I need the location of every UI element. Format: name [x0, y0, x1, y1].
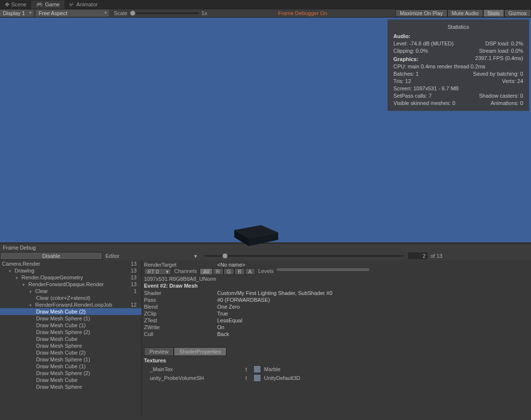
channels-label: Channels [171, 268, 200, 275]
tree-row[interactable]: Camera.Render13 [0, 260, 142, 267]
detail-key: Pass [144, 297, 217, 303]
tree-row[interactable]: Draw Mesh Cube [0, 377, 142, 383]
tree-row[interactable]: Draw Mesh Cube [0, 336, 142, 342]
scale-slider[interactable] [130, 12, 199, 14]
stats-cpu: CPU: main 0.4ms render thread 0.2ms [393, 63, 523, 70]
tree-item-label: Render.OpaqueGeometry [0, 274, 83, 280]
tree-item-count [137, 309, 140, 315]
scale-value: 1x [199, 10, 210, 16]
channel-all[interactable]: All [200, 268, 212, 275]
rt-dropdown[interactable]: RT 0▾ [144, 268, 171, 275]
shaderprops-tab[interactable]: ShaderProperties [174, 347, 226, 356]
tree-row[interactable]: Render.OpaqueGeometry13 [0, 274, 142, 281]
drawcall-tree[interactable]: Camera.Render13Drawing13Render.OpaqueGeo… [0, 260, 142, 417]
tree-row[interactable]: Draw Mesh Sphere (1) [0, 315, 142, 322]
animator-icon: ⊬ [69, 1, 74, 8]
detail-value: LessEqual [217, 317, 242, 323]
tree-row[interactable]: RenderForward.RenderLoopJob12 [0, 301, 142, 308]
tree-item-label: Draw Mesh Cube [0, 377, 78, 383]
tree-item-count: 13 [131, 261, 140, 267]
channel-a[interactable]: A [245, 268, 255, 275]
channel-g[interactable]: G [224, 268, 235, 275]
fd-event-slider[interactable] [204, 255, 404, 257]
tree-row[interactable]: Draw Mesh Sphere [0, 342, 142, 349]
levels-slider[interactable] [277, 268, 369, 271]
tree-row[interactable]: Draw Mesh Cube (1) [0, 322, 142, 329]
tree-row[interactable]: Draw Mesh Sphere (1) [0, 356, 142, 363]
channel-b[interactable]: B [234, 268, 245, 275]
textures-header: Textures [144, 356, 529, 365]
tab-animator[interactable]: ⊬Animator [64, 0, 102, 9]
tex-value[interactable]: UnityDefault3D [264, 375, 300, 381]
tree-row[interactable]: Draw Mesh Cube (2) [0, 308, 142, 315]
tree-item-count [137, 329, 140, 335]
stats-anim: Animations: 0 [490, 100, 523, 107]
fd-disable-button[interactable]: Disable [0, 252, 102, 260]
tree-row[interactable]: Clear1 [0, 288, 142, 294]
texture-icon [253, 365, 261, 373]
stats-dsp: DSP load: 0.2% [486, 40, 523, 47]
tree-item-count: 13 [131, 268, 140, 273]
tree-item-label: Draw Mesh Sphere [0, 343, 82, 349]
tree-row[interactable]: Clear (color+Z+stencil) [0, 294, 142, 301]
rt-format: 1097x531 R8G8B8A8_UNorm [144, 276, 529, 282]
tree-item-label: RenderForwardOpaque.Render [0, 281, 104, 287]
fd-of-total: of 13 [428, 253, 445, 259]
tex-value[interactable]: Marble [264, 366, 281, 372]
rt-name: <No name> [217, 262, 245, 268]
tree-item-label: Draw Mesh Sphere (1) [0, 315, 90, 321]
tree-row[interactable]: Draw Mesh Sphere (2) [0, 329, 142, 336]
detail-value: #0 (FORWARDBASE) [217, 297, 270, 303]
statistics-overlay: Statistics Audio: Level: -74.8 dB (MUTED… [388, 20, 529, 111]
channel-r[interactable]: R [213, 268, 224, 275]
tree-row[interactable]: Draw Mesh Cube (2) [0, 349, 142, 356]
tree-item-count [137, 343, 140, 349]
tex-name: unity_ProbeVolumeSH [150, 375, 243, 381]
detail-value: True [217, 311, 228, 316]
tree-row[interactable]: Drawing13 [0, 267, 142, 274]
aspect-dropdown[interactable]: Free Aspect [36, 10, 109, 17]
detail-key: ZTest [144, 317, 217, 323]
tree-row[interactable]: Draw Mesh Cube (1) [0, 363, 142, 370]
tab-game[interactable]: 🎮Game [31, 0, 64, 9]
fd-editor-dropdown[interactable]: Editor [102, 253, 200, 259]
tree-item-count: 13 [131, 274, 140, 280]
frame-debug-toolbar: Disable Editor 2 of 13 [0, 252, 531, 260]
stats-level: Level: -74.8 dB (MUTED) [393, 40, 453, 47]
stats-batches: Batches: 1 [393, 70, 419, 78]
tree-row[interactable]: Draw Mesh Sphere (2) [0, 370, 142, 377]
tex-name: _MainTex [150, 366, 243, 372]
tree-row[interactable]: RenderForwardOpaque.Render13 [0, 281, 142, 288]
stats-tris: Tris: 12 [393, 78, 411, 85]
tree-item-count [137, 357, 140, 362]
detail-key: Shader [144, 290, 217, 296]
tree-row[interactable]: Draw Mesh Sphere [0, 383, 142, 390]
stats-button[interactable]: Stats [483, 9, 504, 17]
tree-item-label: Draw Mesh Sphere (2) [0, 370, 90, 376]
tree-item-count: 13 [131, 281, 140, 287]
tree-item-count [137, 350, 140, 356]
tree-item-label: Draw Mesh Cube [0, 336, 78, 342]
editor-tabs: ✥Scene 🎮Game ⊬Animator [0, 0, 531, 9]
tex-type: t [245, 375, 250, 381]
stats-shadow: Shadow casters: 0 [479, 92, 524, 100]
detail-value: Custom/My First Lighting Shader, SubShad… [217, 290, 332, 296]
tree-item-count [137, 363, 140, 369]
event-header: Event #2: Draw Mesh [144, 282, 529, 290]
stats-saved: Saved by batching: 0 [473, 70, 523, 78]
preview-tab[interactable]: Preview [144, 347, 174, 356]
game-toolbar: Display 1 Free Aspect Scale 1x Frame Deb… [0, 9, 531, 18]
mute-button[interactable]: Mute Audio [448, 9, 483, 17]
maximize-button[interactable]: Maximize On Play [395, 9, 448, 17]
display-dropdown[interactable]: Display 1 [0, 10, 34, 17]
tree-item-count [137, 295, 140, 301]
tab-scene[interactable]: ✥Scene [0, 0, 31, 9]
frame-debugger-status: Frame Debugger On [275, 10, 330, 16]
fd-current-event[interactable]: 2 [408, 252, 428, 259]
tree-item-label: RenderForward.RenderLoopJob [0, 302, 112, 308]
detail-value: On [217, 324, 225, 330]
gizmos-button[interactable]: Gizmos [504, 9, 531, 17]
detail-key: Blend [144, 304, 217, 310]
levels-label: Levels [255, 268, 277, 275]
tree-item-count: 12 [131, 302, 140, 308]
